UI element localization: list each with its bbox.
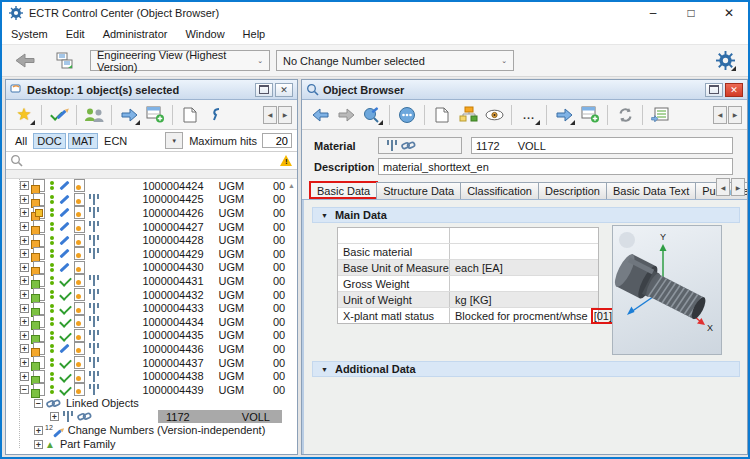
expand-toggle-icon[interactable] (20, 276, 29, 285)
forward-arrow-icon[interactable] (116, 103, 142, 127)
object-number[interactable]: 1000004424 (100, 180, 204, 192)
tree-row[interactable]: 1000004430 UGM 00 (6, 261, 297, 275)
max-hits-input[interactable] (262, 133, 292, 148)
object-number[interactable]: 1000004433 (100, 302, 204, 314)
tree-row[interactable]: 1000004437 UGM 00 (6, 356, 297, 370)
menu-item[interactable]: Help (234, 28, 275, 40)
expand-toggle-icon[interactable] (20, 181, 29, 190)
object-number[interactable]: 1000004431 (100, 275, 204, 287)
object-number[interactable]: 1000004428 (100, 234, 204, 246)
tree-row[interactable]: 1000004432 UGM 00 (6, 288, 297, 302)
tree-row[interactable]: 1000004424 UGM 00 (6, 179, 297, 193)
field-value[interactable]: each [EA] (450, 262, 512, 274)
filter-option[interactable]: DOC (33, 133, 65, 149)
window-close-button[interactable]: ✕ (710, 2, 748, 24)
expand-toggle-icon[interactable] (34, 426, 43, 435)
expand-toggle-icon[interactable] (20, 222, 29, 231)
tree-row[interactable]: 1000004425 UGM 00 (6, 193, 297, 207)
options-circle-icon[interactable] (394, 103, 420, 127)
tree-row[interactable]: 1000004434 UGM 00 (6, 315, 297, 329)
collapse-triangle-icon[interactable]: ▼ (321, 212, 328, 219)
tree-row[interactable]: 1000004426 UGM 00 (6, 206, 297, 220)
favorites-star-icon[interactable]: ★ (11, 103, 37, 127)
object-number[interactable]: 1000004429 (100, 248, 204, 260)
tabs-scroll-left-icon[interactable]: ◀ (716, 178, 730, 196)
panel-restore-icon[interactable] (255, 83, 273, 97)
object-number[interactable]: 1000004435 (100, 329, 204, 341)
expand-toggle-icon[interactable] (20, 344, 29, 353)
material-value-field[interactable]: 1172VOLL (471, 137, 733, 154)
edit-check-icon[interactable] (46, 103, 72, 127)
expand-toggle-icon[interactable] (20, 195, 29, 204)
expand-toggle-icon[interactable] (20, 263, 29, 272)
back-arrow-icon[interactable] (12, 49, 38, 73)
part-preview-image[interactable]: Y X (612, 225, 722, 355)
filter-option[interactable]: MAT (68, 133, 98, 149)
object-number[interactable]: 1000004425 (100, 193, 204, 205)
navigate-back-icon[interactable] (307, 103, 333, 127)
tree-row[interactable]: 1000004431 UGM 00 (6, 274, 297, 288)
selected-material-row[interactable]: 1172 VOLL (158, 410, 282, 423)
send-arrow-icon[interactable] (551, 103, 577, 127)
expand-toggle-icon[interactable] (20, 317, 29, 326)
filter-option[interactable]: All (11, 133, 31, 149)
tree-row[interactable]: 1000004433 UGM 00 (6, 301, 297, 315)
session-panels-icon[interactable] (52, 49, 78, 73)
menu-item[interactable]: Administrator (94, 28, 177, 40)
field-value[interactable] (450, 282, 464, 286)
export-list-icon[interactable] (647, 103, 673, 127)
main-data-section-header[interactable]: ▼ Main Data (312, 207, 740, 223)
add-to-table-icon[interactable] (142, 103, 168, 127)
change-number-combobox[interactable]: No Change Number selected ⌄ (276, 50, 514, 71)
expand-toggle-icon[interactable] (34, 440, 43, 449)
expand-toggle-icon[interactable] (20, 385, 29, 394)
expand-toggle-icon[interactable] (20, 372, 29, 381)
tree-row[interactable]: 1000004439 UGM 00 (6, 383, 297, 397)
refresh-icon[interactable] (612, 103, 638, 127)
expand-toggle-icon[interactable] (20, 208, 29, 217)
tab[interactable]: Basic Data Text (606, 182, 696, 199)
new-document-icon[interactable] (429, 103, 455, 127)
object-number[interactable]: 1000004426 (100, 207, 204, 219)
expand-toggle-icon[interactable] (20, 304, 29, 313)
field-value[interactable] (450, 234, 464, 238)
tab[interactable]: Basic Data (310, 182, 377, 199)
navigate-forward-icon[interactable] (333, 103, 359, 127)
description-value-field[interactable]: material_shorttext_en (378, 158, 733, 175)
expand-toggle-icon[interactable] (20, 236, 29, 245)
users-icon[interactable] (81, 103, 107, 127)
tree-row[interactable]: 1000004436 UGM 00 (6, 342, 297, 356)
object-number[interactable]: 1000004437 (100, 357, 204, 369)
tree-row[interactable]: 1000004435 UGM 00 (6, 329, 297, 343)
panel-restore-icon[interactable] (705, 83, 723, 97)
copy-document-icon[interactable] (177, 103, 203, 127)
tab[interactable]: Structure Data (376, 182, 461, 199)
panel-close-icon[interactable]: ✕ (275, 83, 293, 97)
toolbar-scroll-right-icon[interactable]: ▶ (278, 106, 292, 124)
object-number[interactable]: 1000004427 (100, 221, 204, 233)
tree-row[interactable]: 1000004428 UGM 00 (6, 233, 297, 247)
search-edit-icon[interactable] (359, 103, 385, 127)
settings-gear-icon[interactable] (712, 49, 738, 73)
window-minimize-button[interactable]: – (634, 2, 672, 24)
toolbar-scroll-right-icon[interactable]: ▶ (728, 106, 742, 124)
object-number[interactable]: 1000004430 (100, 261, 204, 273)
additional-data-section-header[interactable]: ▼ Additional Data (312, 361, 740, 377)
tree-row[interactable]: 1000004427 UGM 00 (6, 220, 297, 234)
panel-close-icon[interactable]: ✕ (725, 83, 743, 97)
change-numbers-row[interactable]: 12 Change Numbers (Version-independent) (6, 424, 297, 438)
filter-option[interactable]: ECN (100, 133, 131, 149)
desktop-search-input[interactable] (23, 153, 280, 169)
object-number[interactable]: 1000004436 (100, 343, 204, 355)
expand-toggle-icon[interactable] (20, 358, 29, 367)
object-number[interactable]: 1000004439 (100, 384, 204, 396)
tree-row[interactable]: 1000004429 UGM 00 (6, 247, 297, 261)
view-combobox[interactable]: Engineering View (Highest Version) ⌄ (90, 50, 270, 71)
menu-item[interactable]: Edit (57, 28, 94, 40)
tab[interactable]: Description (538, 182, 607, 199)
part-family-row[interactable]: ▲ Part Family (6, 437, 297, 451)
linked-objects-row[interactable]: Linked Objects (6, 397, 297, 411)
linked-material-row[interactable]: 1172 VOLL (6, 410, 297, 424)
filter-dropdown-icon[interactable]: ▼ (165, 132, 183, 149)
toolbar-scroll-left-icon[interactable]: ◀ (713, 106, 727, 124)
